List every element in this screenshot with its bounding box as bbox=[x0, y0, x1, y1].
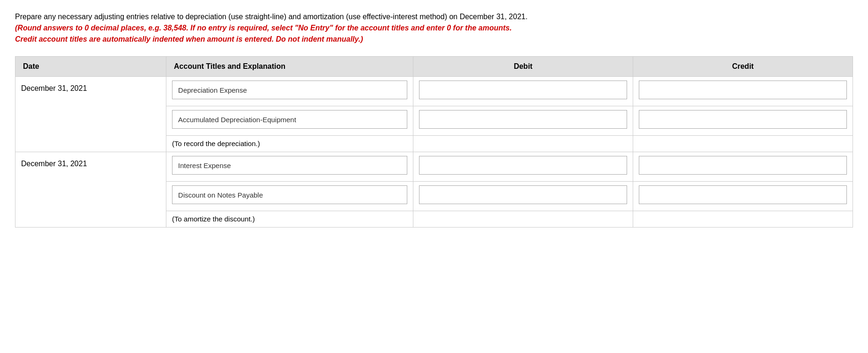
debit-input-1a[interactable] bbox=[419, 81, 627, 99]
table-row: December 31, 2021 bbox=[15, 152, 853, 182]
intro-red-text: (Round answers to 0 decimal places, e.g.… bbox=[15, 24, 512, 43]
credit-cell-2a bbox=[633, 152, 853, 182]
account-input-2b[interactable] bbox=[172, 185, 407, 204]
debit-cell-1b bbox=[413, 106, 633, 136]
credit-cell-1b bbox=[633, 106, 853, 136]
date-label-2: December 31, 2021 bbox=[21, 160, 87, 168]
credit-input-1a[interactable] bbox=[639, 81, 847, 99]
header-credit: Credit bbox=[633, 57, 853, 77]
account-input-2a[interactable] bbox=[172, 156, 407, 175]
debit-cell-1a bbox=[413, 77, 633, 106]
debit-input-2a[interactable] bbox=[419, 156, 627, 175]
debit-input-2b[interactable] bbox=[419, 185, 627, 204]
debit-cell-2a bbox=[413, 152, 633, 182]
account-input-1b[interactable] bbox=[172, 110, 407, 129]
account-cell-2b bbox=[166, 182, 413, 211]
header-account: Account Titles and Explanation bbox=[166, 57, 413, 77]
credit-input-2b[interactable] bbox=[639, 185, 847, 204]
credit-cell-1a bbox=[633, 77, 853, 106]
account-cell-1b bbox=[166, 106, 413, 136]
note-cell-2: (To amortize the discount.) bbox=[166, 211, 413, 228]
date-cell-1: December 31, 2021 bbox=[15, 77, 166, 152]
note-debit-spacer-1 bbox=[413, 136, 633, 152]
note-credit-spacer-1 bbox=[633, 136, 853, 152]
table-header-row: Date Account Titles and Explanation Debi… bbox=[15, 57, 853, 77]
note-credit-spacer-2 bbox=[633, 211, 853, 228]
account-cell-2a bbox=[166, 152, 413, 182]
header-debit: Debit bbox=[413, 57, 633, 77]
intro-normal-text: Prepare any necessary adjusting entries … bbox=[15, 13, 528, 21]
account-input-1a[interactable] bbox=[172, 81, 407, 99]
credit-cell-2b bbox=[633, 182, 853, 211]
note-cell-1: (To record the depreciation.) bbox=[166, 136, 413, 152]
credit-input-2a[interactable] bbox=[639, 156, 847, 175]
intro-paragraph: Prepare any necessary adjusting entries … bbox=[15, 11, 531, 45]
date-cell-2: December 31, 2021 bbox=[15, 152, 166, 228]
note-text-1: (To record the depreciation.) bbox=[172, 137, 260, 149]
note-text-2: (To amortize the discount.) bbox=[172, 212, 255, 225]
journal-entry-table: Date Account Titles and Explanation Debi… bbox=[15, 56, 853, 228]
credit-input-1b[interactable] bbox=[639, 110, 847, 129]
table-row: December 31, 2021 bbox=[15, 77, 853, 106]
debit-cell-2b bbox=[413, 182, 633, 211]
note-debit-spacer-2 bbox=[413, 211, 633, 228]
header-date: Date bbox=[15, 57, 166, 77]
date-label-1: December 31, 2021 bbox=[21, 84, 87, 92]
debit-input-1b[interactable] bbox=[419, 110, 627, 129]
account-cell-1a bbox=[166, 77, 413, 106]
